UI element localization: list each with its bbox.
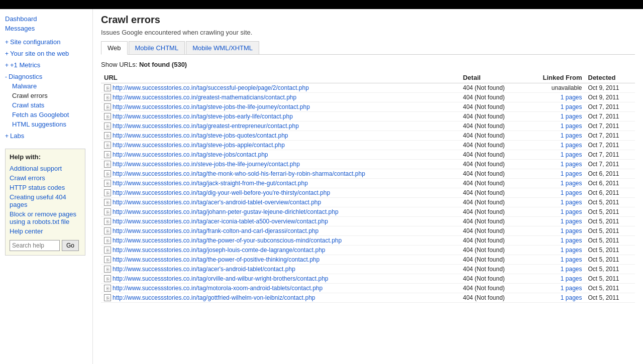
url-link[interactable]: http://www.successstories.co.in/tag/moto… (113, 285, 323, 292)
url-link[interactable]: http://www.successstories.co.in/tag/grea… (113, 123, 299, 130)
sidebar-item-dashboard[interactable]: Dashboard (5, 14, 92, 24)
sidebar-item-html-suggestions[interactable]: HTML suggestions (12, 119, 92, 129)
labs-expand-icon[interactable]: + (5, 133, 9, 140)
site-on-web-expand-icon[interactable]: + (5, 50, 9, 57)
sidebar-item-crawl-errors[interactable]: Crawl errors (12, 91, 92, 100)
linked-pages-link[interactable]: 1 pages (561, 170, 582, 177)
linked-pages-link[interactable]: 1 pages (561, 161, 582, 168)
url-link[interactable]: http://www.successstories.co.in/tag/acer… (113, 199, 321, 206)
url-link[interactable]: http://www.successstories.co.in/tag/acer… (113, 218, 328, 225)
linked-pages-link[interactable]: 1 pages (561, 247, 582, 254)
search-help-input[interactable] (10, 240, 60, 251)
help-crawl-errors[interactable]: Crawl errors (10, 173, 81, 183)
url-cell: ⎘http://www.successstories.co.in/tag/gre… (101, 122, 460, 131)
url-link[interactable]: http://www.successstories.co.in/tag/succ… (113, 84, 309, 91)
linked-pages-link[interactable]: 1 pages (561, 294, 582, 301)
sidebar-item-messages[interactable]: Messages (5, 24, 92, 33)
url-cell: ⎘http://www.successstories.co.in/tag/suc… (101, 83, 460, 93)
sidebar-item-fetch-googlebot[interactable]: Fetch as Googlebot (12, 110, 92, 119)
linked-pages-link[interactable]: 1 pages (561, 94, 582, 101)
detected-cell: Oct 5, 2011 (585, 284, 635, 293)
linked-from-cell: 1 pages (524, 226, 585, 236)
metrics-expand-icon[interactable]: + (5, 62, 9, 69)
url-link[interactable]: http://www.successstories.co.in/greatest… (113, 94, 296, 101)
linked-pages-link[interactable]: 1 pages (561, 218, 582, 225)
url-link[interactable]: http://www.successstories.co.in/tag/gott… (113, 294, 315, 301)
linked-pages-link[interactable]: 1 pages (561, 151, 582, 158)
linked-pages-link[interactable]: 1 pages (561, 208, 582, 215)
col-linked-from: Linked From (524, 72, 585, 83)
url-link[interactable]: http://www.successstories.co.in/tag/stev… (113, 132, 288, 139)
help-center[interactable]: Help center (10, 226, 81, 236)
detected-cell: Oct 7, 2011 (585, 160, 635, 169)
tab-mobile-chtml[interactable]: Mobile CHTML (129, 41, 185, 54)
diagnostics-expand-icon[interactable]: - (5, 73, 7, 80)
url-link[interactable]: http://www.successstories.co.in/tag/dig-… (113, 189, 330, 196)
help-http-status[interactable]: HTTP status codes (10, 183, 81, 192)
url-link[interactable]: http://www.successstories.co.in/tag/stev… (113, 103, 310, 110)
linked-pages-link[interactable]: 1 pages (561, 199, 582, 206)
linked-from-cell: 1 pages (524, 274, 585, 284)
url-link[interactable]: http://www.successstories.co.in/tag/orvi… (113, 275, 329, 282)
detail-cell: 404 (Not found) (460, 141, 524, 150)
diagnostics-link[interactable]: Diagnostics (9, 73, 42, 80)
linked-pages-link[interactable]: 1 pages (561, 237, 582, 244)
url-link[interactable]: http://www.successstories.co.in/tag/the-… (113, 237, 342, 244)
help-additional-support[interactable]: Additional support (10, 164, 81, 173)
help-block-remove[interactable]: Block or remove pages using a robots.txt… (10, 209, 81, 226)
nav-group-diagnostics: - Diagnostics Malware Crawl errors Crawl… (5, 72, 92, 129)
url-link[interactable]: http://www.successstories.co.in/tag/stev… (113, 142, 285, 149)
linked-pages-link[interactable]: 1 pages (561, 113, 582, 120)
linked-from-cell: 1 pages (524, 293, 585, 303)
linked-pages-link[interactable]: 1 pages (561, 123, 582, 130)
url-link[interactable]: http://www.successstories.co.in/tag/joha… (113, 208, 339, 215)
url-link[interactable]: http://www.successstories.co.in/tag/fran… (113, 227, 318, 234)
linked-pages-link[interactable]: 1 pages (561, 132, 582, 139)
url-link[interactable]: http://www.successstories.co.in/tag/jack… (113, 180, 308, 187)
url-cell: ⎘http://www.successstories.co.in/tag/ste… (101, 102, 460, 112)
table-row: ⎘http://www.successstories.co.in/tag/the… (101, 255, 635, 265)
url-link[interactable]: http://www.successstories.co.in/tag/stev… (113, 113, 293, 120)
detail-cell: 404 (Not found) (460, 93, 524, 102)
url-link[interactable]: http://www.successstories.co.in/tag/the-… (113, 256, 319, 263)
page-icon: ⎘ (104, 275, 111, 282)
url-link[interactable]: http://www.successstories.co.in/tag/acer… (113, 266, 295, 273)
search-help-button[interactable]: Go (62, 240, 79, 251)
page-icon: ⎘ (104, 266, 111, 273)
help-creating-404[interactable]: Creating useful 404 pages (10, 192, 81, 209)
linked-pages-link[interactable]: 1 pages (561, 142, 582, 149)
url-link[interactable]: http://www.successstories.co.in/steve-jo… (113, 161, 300, 168)
linked-pages-link[interactable]: 1 pages (561, 275, 582, 282)
page-icon: ⎘ (104, 208, 111, 215)
table-row: ⎘http://www.successstories.co.in/tag/ste… (101, 141, 635, 150)
sidebar-item-crawl-stats[interactable]: Crawl stats (12, 100, 92, 110)
tab-web[interactable]: Web (101, 41, 128, 55)
metrics-link[interactable]: +1 Metrics (10, 61, 40, 69)
table-row: ⎘http://www.successstories.co.in/tag/ace… (101, 198, 635, 207)
linked-pages-link[interactable]: 1 pages (561, 256, 582, 263)
detected-cell: Oct 5, 2011 (585, 255, 635, 265)
linked-pages-link[interactable]: 1 pages (561, 189, 582, 196)
linked-pages-link[interactable]: 1 pages (561, 180, 582, 187)
labs-link[interactable]: Labs (10, 132, 24, 140)
col-detail: Detail (460, 72, 524, 83)
sidebar-item-malware[interactable]: Malware (12, 81, 92, 91)
linked-from-cell: 1 pages (524, 255, 585, 265)
tab-mobile-wml[interactable]: Mobile WML/XHTML (186, 41, 259, 54)
url-cell: ⎘http://www.successstories.co.in/tag/got… (101, 293, 460, 303)
site-config-expand-icon[interactable]: + (5, 39, 9, 46)
url-link[interactable]: http://www.successstories.co.in/tag/stev… (113, 151, 268, 158)
site-on-web-link[interactable]: Your site on the web (10, 50, 69, 57)
detected-cell: Oct 9, 2011 (585, 83, 635, 93)
detected-cell: Oct 7, 2011 (585, 122, 635, 131)
linked-pages-link[interactable]: 1 pages (561, 103, 582, 110)
show-urls-value: Not found (530) (139, 61, 187, 68)
linked-pages-link[interactable]: 1 pages (561, 266, 582, 273)
site-config-link[interactable]: Site configuration (10, 38, 60, 46)
linked-pages-link[interactable]: 1 pages (561, 285, 582, 292)
show-urls-label: Show URLs: Not found (530) (101, 61, 635, 68)
url-link[interactable]: http://www.successstories.co.in/tag/the-… (113, 170, 365, 177)
url-cell: ⎘http://www.successstories.co.in/tag/mot… (101, 284, 460, 293)
linked-pages-link[interactable]: 1 pages (561, 227, 582, 234)
url-link[interactable]: http://www.successstories.co.in/tag/jose… (113, 247, 326, 254)
